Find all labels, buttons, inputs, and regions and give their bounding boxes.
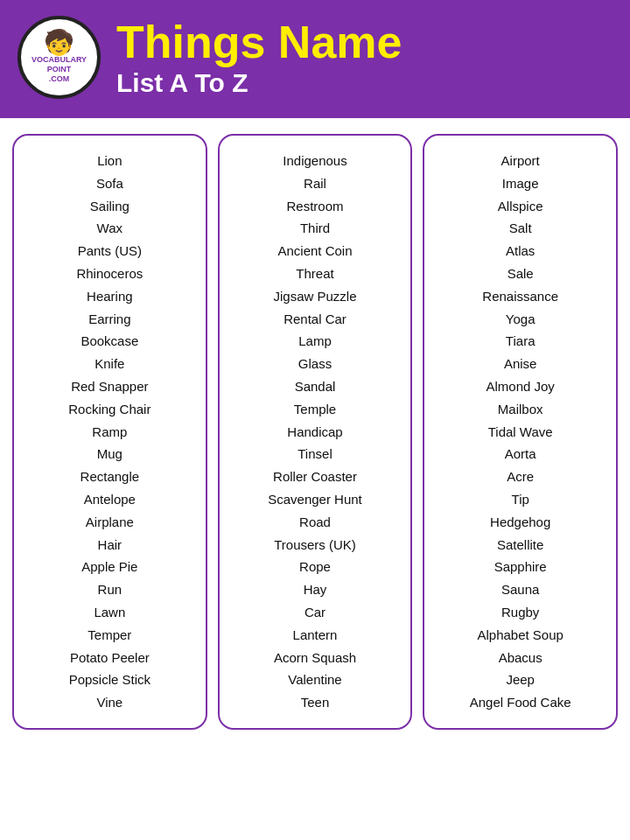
list-item: Tip	[512, 488, 529, 511]
list-item: Temper	[88, 624, 131, 647]
list-item: Mailbox	[498, 398, 543, 421]
list-item: Temple	[294, 398, 336, 421]
list-item: Sauna	[501, 578, 539, 601]
main-title: Things Name	[116, 18, 402, 67]
list-item: Restroom	[286, 195, 343, 218]
list-item: Trousers (UK)	[274, 534, 356, 556]
list-item: Lion	[97, 150, 122, 172]
list-item: Teen	[301, 691, 330, 714]
list-item: Aorta	[505, 443, 536, 466]
list-item: Rugby	[501, 601, 539, 624]
header-titles: Things Name List A To Z	[116, 18, 402, 96]
list-item: Airplane	[86, 511, 134, 534]
list-item: Lamp	[298, 330, 332, 353]
list-item: Angel Food Cake	[470, 691, 571, 714]
list-item: Knife	[94, 353, 124, 375]
column-1: LionSofaSailingWaxPants (US)RhinocerosHe…	[12, 134, 207, 730]
list-item: Rope	[299, 556, 331, 578]
list-item: Airport	[501, 150, 540, 172]
list-item: Roller Coaster	[273, 466, 357, 488]
list-item: Sapphire	[494, 556, 547, 578]
column-2: IndigenousRailRestroomThirdAncient CoinT…	[218, 134, 413, 730]
list-item: Indigenous	[283, 150, 346, 172]
list-item: Vine	[96, 691, 122, 714]
list-item: Tidal Wave	[488, 421, 553, 444]
list-item: Scavenger Hunt	[268, 488, 362, 511]
list-item: Salt	[509, 217, 532, 240]
list-item: Apple Pie	[81, 556, 137, 578]
list-item: Earring	[88, 308, 130, 331]
list-item: Sofa	[96, 172, 123, 195]
list-item: Rental Car	[284, 308, 346, 331]
list-item: Pants (US)	[78, 240, 142, 262]
column-3: AirportImageAllspiceSaltAtlasSaleRenaiss…	[423, 134, 618, 730]
list-item: Jeep	[506, 668, 535, 691]
list-item: Rail	[304, 172, 326, 195]
list-item: Image	[502, 172, 539, 195]
list-item: Valentine	[288, 668, 341, 691]
list-item: Acorn Squash	[274, 647, 356, 669]
list-item: Lantern	[293, 624, 338, 647]
list-item: Sailing	[90, 195, 130, 218]
list-item: Rhinoceros	[76, 262, 143, 285]
list-item: Satellite	[497, 534, 543, 556]
list-item: Ramp	[92, 421, 127, 444]
list-item: Almond Joy	[486, 375, 554, 398]
content-area: LionSofaSailingWaxPants (US)RhinocerosHe…	[0, 118, 630, 747]
list-item: Lawn	[94, 601, 125, 624]
list-item: Handicap	[287, 421, 342, 444]
list-item: Ancient Coin	[277, 240, 352, 262]
list-item: Hedgehog	[490, 511, 550, 534]
list-item: Rectangle	[80, 466, 140, 488]
list-item: Renaissance	[482, 285, 558, 308]
logo-text: VOCABULARY POINT .COM	[32, 55, 87, 83]
list-item: Hair	[98, 534, 122, 556]
logo-mascot-icon: 🧒	[44, 31, 74, 55]
list-item: Sandal	[295, 375, 336, 398]
list-item: Atlas	[506, 240, 535, 262]
list-item: Potato Peeler	[70, 647, 150, 669]
logo: 🧒 VOCABULARY POINT .COM	[18, 16, 101, 99]
list-item: Sale	[508, 262, 534, 285]
list-item: Hearing	[87, 285, 133, 308]
sub-title: List A To Z	[116, 68, 248, 97]
list-item: Tiara	[506, 330, 536, 353]
list-item: Abacus	[499, 647, 542, 669]
list-item: Anise	[504, 353, 537, 375]
list-item: Alphabet Soup	[477, 624, 563, 647]
list-item: Hay	[304, 578, 327, 601]
page-header: 🧒 VOCABULARY POINT .COM Things Name List…	[0, 0, 630, 118]
list-item: Wax	[97, 217, 122, 240]
list-item: Mug	[97, 443, 122, 466]
list-item: Popsicle Stick	[69, 668, 150, 691]
list-item: Red Snapper	[71, 375, 148, 398]
list-item: Acre	[507, 466, 534, 488]
list-item: Third	[300, 217, 330, 240]
list-item: Allspice	[498, 195, 543, 218]
list-item: Run	[98, 578, 122, 601]
list-item: Road	[299, 511, 331, 534]
list-item: Yoga	[506, 308, 536, 331]
list-item: Rocking Chair	[68, 398, 150, 421]
list-item: Glass	[298, 353, 332, 375]
list-item: Threat	[296, 262, 333, 285]
list-item: Car	[304, 601, 326, 624]
list-item: Bookcase	[80, 330, 138, 353]
list-item: Antelope	[84, 488, 136, 511]
list-item: Jigsaw Puzzle	[273, 285, 356, 308]
list-item: Tinsel	[298, 443, 332, 466]
